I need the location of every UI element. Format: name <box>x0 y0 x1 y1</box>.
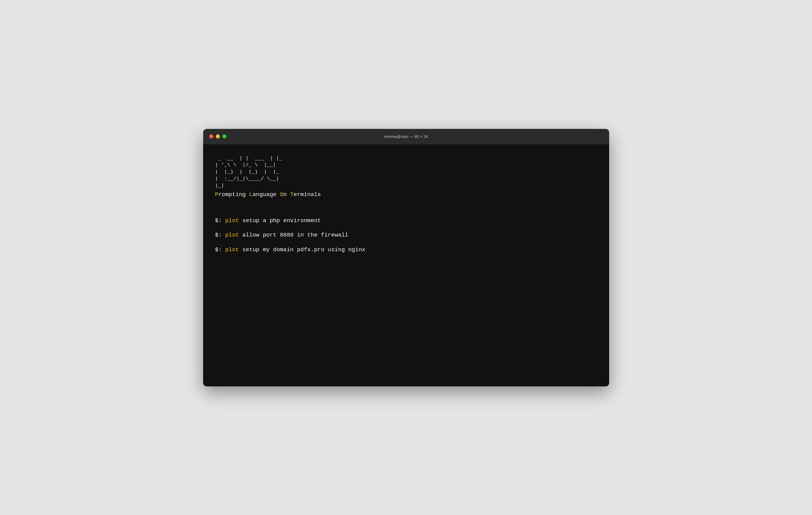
cmd-name-3: plot <box>225 247 239 253</box>
tagline-erminals: erminals <box>294 191 321 198</box>
window-title: minime@mac — 80 × 24 <box>384 134 428 139</box>
commands-section: $: plot setup a php environment $: plot … <box>215 217 597 254</box>
terminal-window: minime@mac — 80 × 24 _ __ | | ___ | |_ |… <box>203 129 609 387</box>
tagline-t: T <box>290 191 293 198</box>
prompt-3: $: <box>215 247 225 253</box>
prompt-1: $: <box>215 217 225 224</box>
traffic-lights <box>209 134 227 139</box>
tagline-rompting: rompting <box>219 191 249 198</box>
tagline-l: L <box>249 191 253 198</box>
tagline-o: O <box>280 191 283 198</box>
cmd-name-2: plot <box>225 232 239 238</box>
tagline-anguage: anguage <box>253 191 280 198</box>
command-line-2: $: plot allow port 8888 in the firewall <box>215 231 597 239</box>
prompt-2: $: <box>215 232 225 238</box>
cmd-args-3: setup my domain pdfx.pro using nginx <box>239 247 365 253</box>
maximize-button[interactable] <box>222 134 227 139</box>
tagline-p: P <box>215 191 219 198</box>
minimize-button[interactable] <box>216 134 220 139</box>
tagline: Prompting Language On Terminals <box>215 191 597 199</box>
cmd-args-1: setup a php environment <box>239 217 321 224</box>
cmd-args-2: allow port 8888 in the firewall <box>239 232 348 238</box>
close-button[interactable] <box>209 134 213 139</box>
tagline-n: n <box>284 191 290 198</box>
command-line-3: $: plot setup my domain pdfx.pro using n… <box>215 246 597 254</box>
terminal-body: _ __ | | ___ | |_ | '_\ \ |/_ \ |__| | |… <box>203 144 609 387</box>
command-line-1: $: plot setup a php environment <box>215 217 597 225</box>
titlebar: minime@mac — 80 × 24 <box>203 129 609 144</box>
ascii-art-logo: _ __ | | ___ | |_ | '_\ \ |/_ \ |__| | |… <box>215 155 597 190</box>
cmd-name-1: plot <box>225 217 239 224</box>
